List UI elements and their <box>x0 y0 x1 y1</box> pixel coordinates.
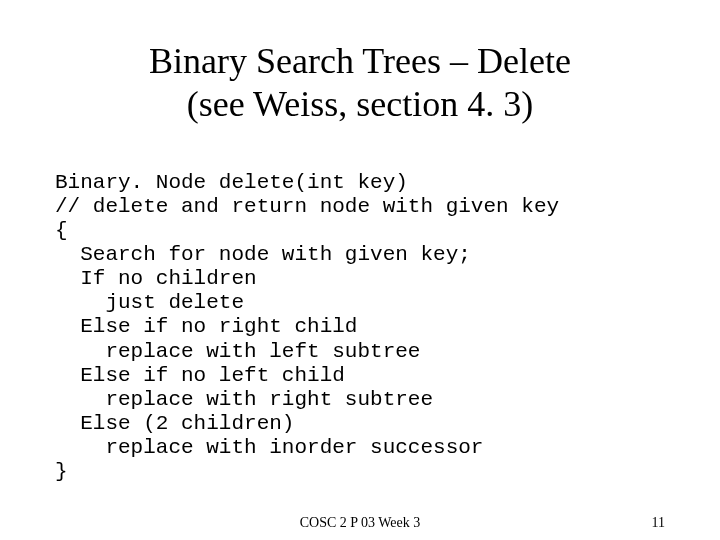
code-line: } <box>55 460 68 483</box>
code-line: replace with left subtree <box>55 340 420 363</box>
code-line: Else (2 children) <box>55 412 294 435</box>
footer-text: COSC 2 P 03 Week 3 <box>0 515 720 531</box>
title-line-1: Binary Search Trees – Delete <box>149 41 571 81</box>
code-line: Binary. Node delete(int key) <box>55 171 408 194</box>
slide: Binary Search Trees – Delete (see Weiss,… <box>0 0 720 540</box>
code-block: Binary. Node delete(int key) // delete a… <box>55 146 665 484</box>
slide-title: Binary Search Trees – Delete (see Weiss,… <box>55 40 665 126</box>
code-line: just delete <box>55 291 244 314</box>
code-line: Search for node with given key; <box>55 243 471 266</box>
code-line: replace with right subtree <box>55 388 433 411</box>
code-line: Else if no left child <box>55 364 345 387</box>
title-line-2: (see Weiss, section 4. 3) <box>187 84 533 124</box>
code-line: replace with inorder successor <box>55 436 483 459</box>
code-line: If no children <box>55 267 257 290</box>
page-number: 11 <box>652 515 665 531</box>
code-line: { <box>55 219 68 242</box>
code-line: Else if no right child <box>55 315 357 338</box>
code-line: // delete and return node with given key <box>55 195 559 218</box>
